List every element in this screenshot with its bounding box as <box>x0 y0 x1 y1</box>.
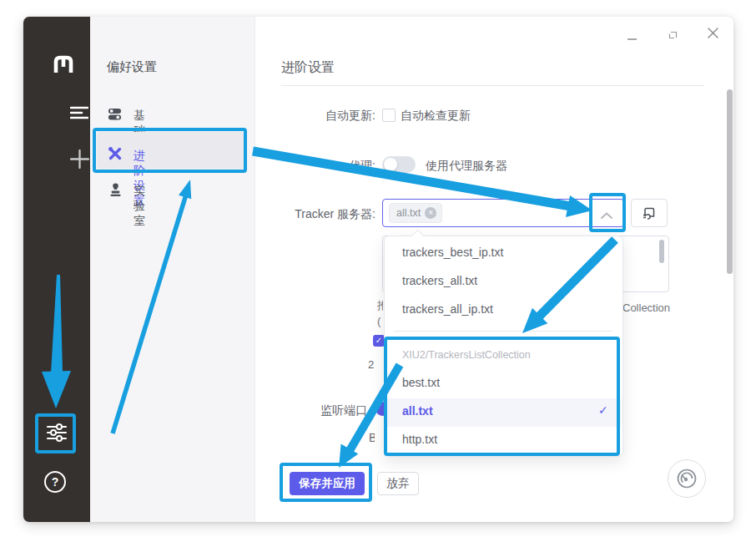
proxy-toggle-label: 使用代理服务器 <box>426 159 507 174</box>
close-icon[interactable] <box>707 27 719 43</box>
sync-trackers-button[interactable] <box>631 199 668 227</box>
annotation-box-dropdown-group <box>384 337 620 456</box>
preferences-panel <box>90 17 255 522</box>
restore-icon[interactable] <box>668 28 678 43</box>
title-divider <box>281 85 704 86</box>
main-scrollbar-thumb[interactable] <box>727 89 733 274</box>
basic-settings-icon <box>108 107 122 124</box>
number-fragment: 2 <box>368 358 375 372</box>
annotation-box-advanced-menu <box>93 128 247 173</box>
page-title: 进阶设置 <box>281 59 335 77</box>
proxy-label: 代理: <box>257 159 375 174</box>
dropdown-divider <box>394 331 612 332</box>
annotation-box-preferences-icon <box>35 413 76 453</box>
textarea-scrollbar-thumb[interactable] <box>659 240 664 263</box>
auto-update-checkbox-label[interactable]: 自动检查更新 <box>401 109 471 124</box>
dropdown-option[interactable]: trackers_all_ip.txt <box>402 302 602 315</box>
proxy-toggle[interactable] <box>382 156 416 173</box>
listen-port-label: 监听端口 <box>320 403 367 418</box>
tracker-tag: all.txt × <box>389 203 442 223</box>
hint-fragment-1: 推 <box>377 299 383 312</box>
minimize-icon[interactable] <box>627 38 637 40</box>
sidebar-item-label: 实验室 <box>134 184 145 229</box>
sync-checkbox-fragment: ✓ <box>373 335 385 347</box>
discard-button[interactable]: 放弃 <box>377 472 419 495</box>
dropdown-option[interactable]: trackers_best_ip.txt <box>402 246 602 258</box>
hint-fragment-collection: Collection <box>622 301 676 315</box>
task-list-icon[interactable] <box>70 105 88 124</box>
tag-close-icon[interactable]: × <box>425 207 436 219</box>
tracker-tag-label: all.txt <box>396 207 421 219</box>
annotation-box-chevron <box>589 193 626 232</box>
preferences-panel-title: 偏好设置 <box>107 59 157 75</box>
auto-update-label: 自动更新: <box>257 109 375 124</box>
tracker-label: Tracker 服务器: <box>232 207 375 222</box>
help-icon[interactable]: ? <box>44 471 66 493</box>
auto-update-checkbox[interactable] <box>382 109 396 122</box>
speed-limit-button[interactable] <box>668 459 706 498</box>
app-window: ? 偏好设置 基础设置 进阶设置 实验室 <box>23 17 733 522</box>
dropdown-option[interactable]: trackers_all.txt <box>402 274 602 286</box>
add-task-icon[interactable] <box>70 149 89 172</box>
hint-fragment-2: ( <box>377 315 382 328</box>
screenshot-root: ? 偏好设置 基础设置 进阶设置 实验室 <box>0 0 756 537</box>
lab-icon <box>108 182 123 200</box>
motrix-logo-icon <box>53 55 73 77</box>
annotation-box-save-button <box>280 463 372 502</box>
label-fragment: B <box>369 431 375 444</box>
